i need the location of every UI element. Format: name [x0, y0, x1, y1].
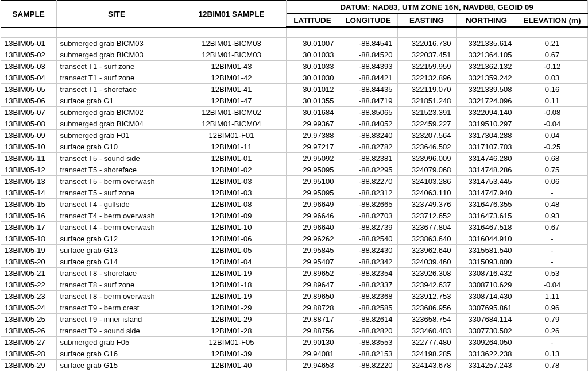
cell-bim-sample: 12BIM01-08 — [177, 199, 286, 210]
cell-elevation: 0.96 — [517, 302, 587, 314]
cell-longitude: -88.84520 — [339, 49, 397, 61]
cell-northing: 3314257.243 — [456, 360, 517, 371]
cell-elevation: 0.67 — [517, 222, 587, 233]
cell-easting: 323658.754 — [397, 314, 456, 325]
cell-bim-sample: 12BIM01-BICM03 — [177, 49, 286, 61]
cell-elevation: 0.68 — [517, 153, 587, 164]
cell-bim-sample: 12BIM01-01 — [177, 153, 286, 164]
cell-bim-sample: 12BIM01-47 — [177, 95, 286, 107]
cell-easting: 323962.640 — [397, 245, 456, 256]
cell-bim-sample: 12BIM01-09 — [177, 210, 286, 222]
cell-longitude: -88.82665 — [339, 199, 397, 210]
cell-sample: 13BIM05-15 — [1, 199, 56, 210]
coordinates-table: SAMPLE SITE 12BIM01 SAMPLE DATUM: NAD83,… — [1, 0, 588, 371]
cell-sample: 13BIM05-21 — [1, 268, 56, 279]
cell-northing: 3308716.432 — [456, 268, 517, 279]
cell-latitude: 30.01030 — [286, 72, 339, 84]
table-row: 13BIM05-13transect T5 - berm overwash12B… — [1, 176, 587, 187]
cell-sample: 13BIM05-01 — [1, 38, 56, 49]
table-row: 13BIM05-29surface grab G1512BIM01-4029.9… — [1, 360, 587, 371]
col-latitude-header: LATITUDE — [286, 14, 339, 28]
cell-latitude: 29.97217 — [286, 141, 339, 153]
cell-northing: 3322094.140 — [456, 107, 517, 118]
cell-latitude: 29.88756 — [286, 325, 339, 337]
data-table-wrapper: SAMPLE SITE 12BIM01 SAMPLE DATUM: NAD83,… — [1, 0, 587, 371]
cell-longitude: -88.82782 — [339, 141, 397, 153]
table-row: 13BIM05-06surface grab G112BIM01-4730.01… — [1, 95, 587, 107]
table-row: 13BIM05-10surface grab G1012BIM01-1129.9… — [1, 141, 587, 153]
cell-latitude: 29.96640 — [286, 222, 339, 233]
cell-northing: 3321364.105 — [456, 49, 517, 61]
cell-longitude: -88.82220 — [339, 360, 397, 371]
table-row: 13BIM05-25transect T9 - inner island12BI… — [1, 314, 587, 325]
cell-longitude: -88.82739 — [339, 222, 397, 233]
cell-easting: 323912.753 — [397, 291, 456, 302]
cell-elevation: -0.04 — [517, 279, 587, 291]
cell-bim-sample: 12BIM01-29 — [177, 302, 286, 314]
cell-longitude: -88.82342 — [339, 256, 397, 268]
cell-latitude: 29.95845 — [286, 245, 339, 256]
table-row: 13BIM05-08submerged grab BICM0412BIM01-B… — [1, 118, 587, 130]
cell-elevation: - — [517, 337, 587, 348]
cell-bim-sample: 12BIM01-F01 — [177, 130, 286, 141]
cell-sample: 13BIM05-03 — [1, 61, 56, 72]
cell-easting: 324039.460 — [397, 256, 456, 268]
cell-northing: 3316044.910 — [456, 233, 517, 245]
table-row: 13BIM05-14transect T5 - surf zone12BIM01… — [1, 187, 587, 199]
cell-site: surface grab G1 — [56, 95, 177, 107]
table-row: 13BIM05-17transect T4 - berm overwash12B… — [1, 222, 587, 233]
cell-latitude: 29.88717 — [286, 314, 339, 325]
cell-bim-sample: 12BIM01-28 — [177, 325, 286, 337]
cell-northing: 3321724.096 — [456, 95, 517, 107]
cell-latitude: 29.89650 — [286, 291, 339, 302]
cell-easting: 324079.068 — [397, 164, 456, 176]
cell-longitude: -88.82354 — [339, 268, 397, 279]
cell-latitude: 29.97388 — [286, 130, 339, 141]
cell-site: transect T4 - gulfside — [56, 199, 177, 210]
table-row: 13BIM05-28surface grab G1612BIM01-3929.9… — [1, 348, 587, 360]
col-bim-header: 12BIM01 SAMPLE — [177, 1, 286, 28]
cell-longitude: -88.82381 — [339, 153, 397, 164]
cell-site: surface grab G16 — [56, 348, 177, 360]
cell-site: surface grab G13 — [56, 245, 177, 256]
cell-easting: 322777.480 — [397, 337, 456, 348]
cell-bim-sample: 12BIM01-03 — [177, 187, 286, 199]
cell-latitude: 29.95092 — [286, 153, 339, 164]
cell-sample: 13BIM05-04 — [1, 72, 56, 84]
cell-elevation: 0.53 — [517, 268, 587, 279]
table-row: 13BIM05-18surface grab G1212BIM01-0629.9… — [1, 233, 587, 245]
cell-sample: 13BIM05-24 — [1, 302, 56, 314]
cell-northing: 3317304.288 — [456, 130, 517, 141]
cell-longitude: -88.82585 — [339, 302, 397, 314]
cell-elevation: 0.48 — [517, 199, 587, 210]
cell-sample: 13BIM05-02 — [1, 49, 56, 61]
cell-easting: 323942.637 — [397, 279, 456, 291]
cell-site: transect T5 - berm overwash — [56, 176, 177, 187]
cell-sample: 13BIM05-26 — [1, 325, 56, 337]
cell-bim-sample: 12BIM01-BICM03 — [177, 38, 286, 49]
cell-latitude: 29.95100 — [286, 176, 339, 187]
cell-sample: 13BIM05-10 — [1, 141, 56, 153]
cell-easting: 321523.391 — [397, 107, 456, 118]
cell-northing: 3313622.238 — [456, 348, 517, 360]
cell-easting: 324063.110 — [397, 187, 456, 199]
cell-elevation: 0.67 — [517, 49, 587, 61]
cell-longitude: -88.82153 — [339, 348, 397, 360]
cell-longitude: -88.83240 — [339, 130, 397, 141]
cell-northing: 3316467.518 — [456, 222, 517, 233]
cell-sample: 13BIM05-12 — [1, 164, 56, 176]
cell-site: transect T4 - berm overwash — [56, 210, 177, 222]
cell-site: transect T5 - shoreface — [56, 164, 177, 176]
cell-latitude: 29.99367 — [286, 118, 339, 130]
cell-latitude: 29.95095 — [286, 187, 339, 199]
cell-elevation: 0.79 — [517, 314, 587, 325]
cell-easting: 323863.640 — [397, 233, 456, 245]
cell-elevation: 0.16 — [517, 84, 587, 95]
cell-site: surface grab G15 — [56, 360, 177, 371]
cell-elevation: 0.21 — [517, 38, 587, 49]
cell-latitude: 30.01355 — [286, 95, 339, 107]
spacer-row — [1, 28, 587, 38]
col-longitude-header: LONGITUDE — [339, 14, 397, 28]
cell-site: transect T5 - sound side — [56, 153, 177, 164]
table-row: 13BIM05-11transect T5 - sound side12BIM0… — [1, 153, 587, 164]
